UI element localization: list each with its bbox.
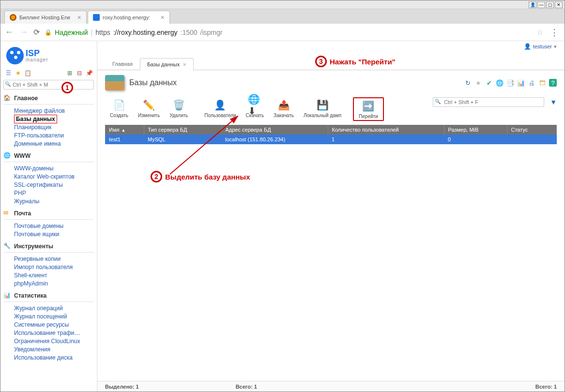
sidebar-link[interactable]: Использование трафи… [14, 330, 80, 336]
refresh-icon[interactable]: ↻ [464, 79, 472, 87]
sidebar-link[interactable]: WWW-домены [14, 165, 54, 172]
sidebar-link[interactable]: Каталог Web-скриптов [14, 173, 75, 180]
toolbar-перейти-button[interactable]: ➡️Перейти [353, 97, 384, 121]
sidebar-link[interactable]: Импорт пользователя [14, 264, 73, 271]
toolbar-закачать-button[interactable]: 📤Закачать [269, 97, 299, 119]
sidebar-link[interactable]: Почтовые домены [14, 223, 63, 229]
user-menu[interactable]: 👤 testuser ▾ [524, 43, 557, 50]
sidebar-link[interactable]: Планировщик [14, 124, 51, 131]
browser-tab-2[interactable]: roxy.hosting.energy: ✕ [88, 11, 170, 24]
sidebar-item: Журнал посещений [14, 313, 94, 320]
copy-icon[interactable]: 📑 [506, 79, 514, 87]
close-icon[interactable]: ✕ [160, 15, 165, 21]
user-window-icon[interactable]: 👤 [529, 1, 536, 8]
toolbar-пользователи-button[interactable]: 👤Пользователи [199, 97, 241, 119]
username: testuser [533, 44, 552, 49]
chevron-down-icon: ▾ [554, 44, 557, 50]
sidebar-link[interactable]: PHP [14, 190, 26, 196]
search-input[interactable] [433, 97, 544, 107]
table-header-row: Имя▲Тип сервера БДАдрес сервера БДКоличе… [105, 125, 557, 135]
sidebar-link[interactable]: Менеджер файлов [14, 107, 65, 114]
sidebar-section-title[interactable]: 📊Статистика [3, 292, 94, 302]
sidebar-toolbar: ☰ ★ 📋 ⊞ ⊟ 📌 [3, 69, 94, 77]
toolbar-search[interactable] [433, 97, 544, 107]
sidebar-section-title[interactable]: 🌐WWW [3, 152, 94, 162]
export-icon[interactable]: 📊 [517, 79, 525, 87]
column-header[interactable]: Статус [507, 125, 557, 135]
sidebar-link[interactable]: phpMyAdmin [14, 280, 48, 287]
help-icon[interactable]: ? [549, 79, 557, 87]
data-table: Имя▲Тип сервера БДАдрес сервера БДКоличе… [105, 125, 557, 144]
settings-icon[interactable]: 🗔 [538, 79, 546, 87]
sidebar-link[interactable]: Резервные копии [14, 256, 61, 262]
toolbar-удалить-button[interactable]: 🗑️Удалить [165, 97, 193, 119]
browser-tab-1[interactable]: Биллинг Hosting.Ene ✕ [4, 11, 87, 24]
sidebar-link[interactable]: Доменные имена [14, 140, 61, 147]
app-tab[interactable]: Базы данных✕ [140, 58, 194, 70]
sidebar-section-title[interactable]: ✉Почта [3, 210, 94, 220]
check-icon[interactable]: ✔ [485, 79, 493, 87]
column-header[interactable]: Количество пользователей [328, 125, 444, 135]
close-icon[interactable]: ✕ [183, 62, 186, 67]
favorite-icon[interactable]: ★ [14, 69, 22, 77]
sidebar-link[interactable]: Журнал посещений [14, 313, 67, 320]
close-icon[interactable]: ✕ [77, 15, 81, 21]
sidebar-link[interactable]: Базы данных [14, 115, 57, 123]
forward-button[interactable]: → [19, 27, 29, 37]
reload-button[interactable]: ⟳ [33, 28, 40, 37]
sidebar-search-input[interactable] [3, 80, 94, 90]
filter-icon[interactable]: ▼ [550, 98, 557, 106]
browser-menu-icon[interactable]: ⋮ [548, 27, 561, 38]
status-selected: Выделено: 1 [105, 384, 139, 390]
toolbar-label: Пользователи [204, 113, 236, 118]
toolbar-создать-button[interactable]: 📄Создать [105, 97, 133, 119]
selected-count: 1 [136, 384, 139, 390]
print-icon[interactable]: 🖨 [528, 79, 535, 87]
sidebar-item: Почтовые домены [14, 223, 94, 229]
add-plus-icon[interactable]: ⊞ [66, 69, 74, 77]
url-field[interactable]: 🔒 Надежный | https://roxy.hosting.energy… [45, 29, 532, 36]
sidebar-link[interactable]: Журнал операций [14, 305, 63, 312]
toolbar-скачать-button[interactable]: 🌐⬇Скачать [241, 97, 269, 119]
column-header[interactable]: Имя▲ [105, 125, 144, 135]
star-action-icon[interactable]: ★ [474, 79, 482, 87]
section-icon: 🔧 [3, 242, 11, 250]
app-tab[interactable]: Главная [105, 58, 140, 70]
remove-minus-icon[interactable]: ⊟ [76, 69, 83, 77]
sidebar-link[interactable]: Использование диска [14, 354, 73, 361]
total-label: Всего: [236, 384, 253, 390]
sidebar-link[interactable]: Системные ресурсы [14, 321, 69, 328]
pin-icon[interactable]: 📌 [85, 69, 93, 77]
clipboard-icon[interactable]: 📋 [24, 69, 31, 77]
status-bar: Выделено: 1 Всего: 1 Всего: 1 [97, 381, 565, 392]
table-row[interactable]: test1MySQLlocalhost (151.80.26.234)10 [105, 135, 557, 144]
list-icon[interactable]: ☰ [4, 69, 12, 77]
toolbar-icon: 🗑️ [172, 98, 185, 112]
column-header[interactable]: Тип сервера БД [144, 125, 221, 135]
sidebar-link[interactable]: Журналы [14, 198, 39, 205]
sidebar-item: Планировщик [14, 124, 94, 131]
toolbar: 📄Создать✏️Изменить🗑️Удалить👤Пользователи… [97, 95, 565, 125]
sidebar-link[interactable]: FTP-пользователи [14, 132, 64, 139]
close-window-button[interactable]: ✕ [555, 1, 563, 8]
sidebar-search[interactable] [3, 80, 94, 90]
sidebar-link[interactable]: SSL-сертификаты [14, 181, 63, 188]
globe-icon[interactable]: 🌐 [496, 79, 504, 87]
sidebar-section-title[interactable]: 🏠Главное [3, 94, 94, 105]
sidebar-link[interactable]: Ограничения CloudLinux [14, 338, 80, 345]
bookmark-star-icon[interactable]: ☆ [536, 28, 543, 37]
sidebar-section-title[interactable]: 🔧Инструменты [3, 242, 94, 253]
toolbar-изменить-button[interactable]: ✏️Изменить [133, 97, 165, 119]
sidebar-item: Журнал операций [14, 305, 94, 312]
toolbar-icon: ➡️ [362, 99, 375, 113]
minimize-button[interactable]: — [537, 1, 545, 8]
sidebar-link[interactable]: Уведомления [14, 346, 50, 353]
maximize-button[interactable]: ▢ [546, 1, 554, 8]
column-header[interactable]: Адрес сервера БД [221, 125, 328, 135]
toolbar-label: Закачать [274, 113, 294, 118]
sidebar-link[interactable]: Shell-клиент [14, 272, 47, 279]
back-button[interactable]: ← [4, 27, 14, 37]
toolbar-локальный дамп-button[interactable]: 💾Локальный дамп [299, 97, 346, 119]
column-header[interactable]: Размер, MiB [444, 125, 507, 135]
sidebar-link[interactable]: Почтовые ящики [14, 231, 59, 238]
